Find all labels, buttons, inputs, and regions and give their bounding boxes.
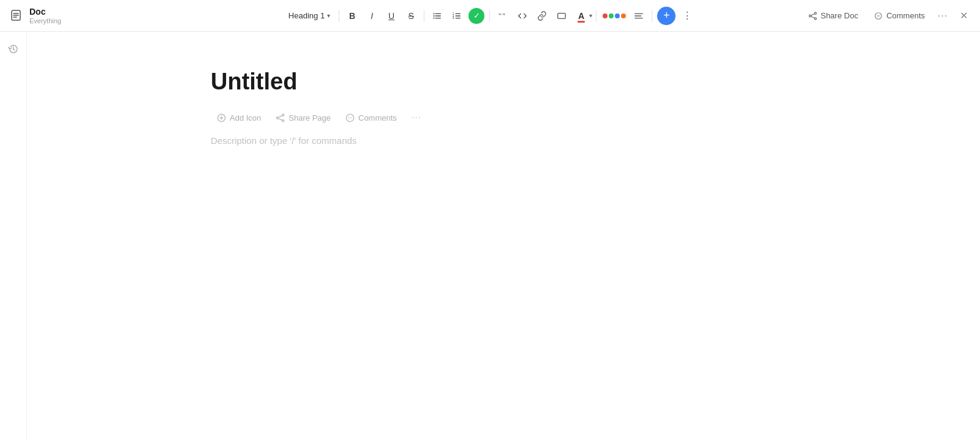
svg-line-32: [13, 50, 15, 51]
svg-point-44: [351, 117, 352, 118]
divider-1: [339, 10, 339, 22]
underline-button[interactable]: U: [382, 7, 401, 25]
dot-green: [609, 13, 614, 18]
bullet-list-button[interactable]: [428, 7, 447, 25]
share-doc-label: Share Doc: [821, 11, 858, 20]
svg-text:": ": [499, 12, 502, 20]
svg-line-25: [811, 13, 815, 15]
doc-name: Doc: [29, 7, 61, 17]
svg-line-40: [279, 118, 283, 120]
code-button[interactable]: [513, 7, 532, 25]
doc-info: Doc Everything: [29, 7, 61, 24]
divider-5: [652, 10, 652, 22]
page-comments-label: Comments: [358, 113, 397, 123]
description-placeholder: Description or type '/' for commands: [211, 135, 356, 146]
doc-app-icon: [7, 7, 24, 24]
share-page-button[interactable]: Share Page: [270, 111, 337, 125]
page-description[interactable]: Description or type '/' for commands: [211, 135, 907, 146]
color-dots: [600, 11, 628, 21]
add-icon-label: Add Icon: [230, 113, 261, 123]
bold-button[interactable]: B: [343, 7, 361, 25]
divider-2: [424, 10, 424, 22]
more-options-button[interactable]: ⋮: [678, 7, 696, 25]
svg-text:": ": [502, 12, 505, 20]
link-button[interactable]: [533, 7, 551, 25]
dot-orange: [621, 13, 626, 18]
svg-text:3.: 3.: [453, 17, 455, 20]
page-title[interactable]: Untitled: [211, 69, 907, 95]
svg-point-4: [434, 13, 435, 14]
svg-point-43: [350, 117, 351, 118]
dot-red: [603, 13, 608, 18]
toolbar-left: Doc Everything: [7, 7, 105, 24]
header-more-button[interactable]: ···: [933, 7, 952, 25]
svg-line-26: [811, 16, 815, 18]
heading-select[interactable]: Heading 1 ▾: [284, 9, 335, 23]
numbered-list-button[interactable]: 1. 2. 3.: [448, 7, 466, 25]
embed-button[interactable]: [552, 7, 571, 25]
align-button[interactable]: [630, 7, 648, 25]
check-done-icon[interactable]: ✓: [469, 8, 484, 24]
quote-button[interactable]: " ": [494, 7, 512, 25]
toolbar: Doc Everything Heading 1 ▾ B I U S: [0, 0, 980, 32]
svg-line-39: [279, 115, 283, 117]
sidebar: [0, 32, 27, 441]
page-comments-button[interactable]: Comments: [339, 111, 403, 125]
chevron-down-icon: ▾: [327, 12, 330, 19]
add-icon-button[interactable]: Add Icon: [211, 111, 267, 125]
page-more-button[interactable]: ···: [405, 110, 428, 126]
svg-rect-18: [558, 13, 565, 18]
toolbar-center: Heading 1 ▾ B I U S 1. 2. 3.: [284, 7, 696, 25]
strikethrough-button[interactable]: S: [402, 7, 420, 25]
comments-label: Comments: [886, 11, 925, 20]
page-actions: Add Icon Share Page Comments ···: [211, 110, 907, 126]
comments-button[interactable]: Comments: [868, 8, 931, 23]
divider-3: [489, 10, 490, 22]
text-color-button[interactable]: A: [572, 7, 590, 25]
share-doc-button[interactable]: Share Doc: [801, 8, 865, 23]
divider-4: [596, 10, 597, 22]
dot-blue: [615, 13, 620, 18]
italic-button[interactable]: I: [363, 7, 381, 25]
main-content: Untitled Add Icon Share Page: [27, 32, 980, 441]
svg-point-5: [434, 15, 435, 16]
svg-point-6: [434, 17, 435, 18]
heading-label: Heading 1: [288, 11, 325, 20]
sidebar-history-icon[interactable]: [4, 39, 23, 59]
doc-subtitle: Everything: [29, 17, 61, 24]
svg-point-42: [348, 117, 349, 118]
share-page-label: Share Page: [288, 113, 331, 123]
close-button[interactable]: ✕: [954, 7, 973, 25]
toolbar-right: Share Doc Comments ··· ✕: [801, 7, 973, 25]
add-block-button[interactable]: +: [657, 7, 676, 25]
